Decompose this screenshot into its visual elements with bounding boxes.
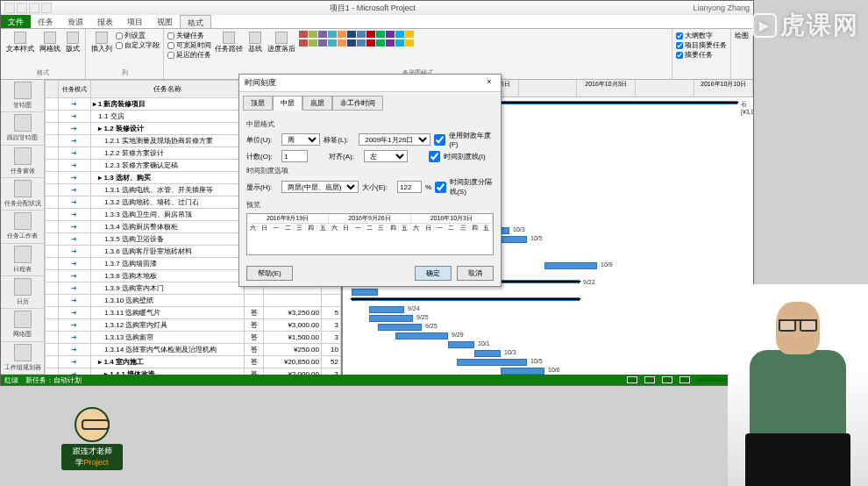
undo-icon[interactable]: [29, 3, 39, 13]
view-item[interactable]: 日历: [1, 276, 44, 309]
show-label: 显示(H):: [246, 182, 278, 192]
section-label: 时间刻度选项: [246, 166, 494, 175]
table-row[interactable]: ➜ ▸ 1.4.1 墙体改造答¥2,000.003: [46, 368, 341, 375]
task-path-button[interactable]: 任务路径: [213, 31, 245, 60]
gantt-bar[interactable]: [378, 324, 422, 331]
redo-icon[interactable]: [41, 3, 52, 13]
ribbon-group-format: 文本样式 网格线 版式 格式: [1, 29, 86, 79]
view-shortcut-icon[interactable]: [679, 376, 690, 383]
ribbon-group-columns: 插入列 列设置 自定义字段 列: [86, 29, 164, 79]
col-name[interactable]: 任务名称: [90, 81, 245, 98]
timescale-dialog: 时间刻度 × 顶层 中层 底层 非工作时间 中层格式 单位(U): 周 标签(L…: [238, 74, 502, 287]
tab-format[interactable]: 格式: [180, 15, 211, 28]
tab-file[interactable]: 文件: [1, 15, 31, 28]
view-item[interactable]: 工作组规划器: [1, 342, 44, 375]
view-shortcut-icon[interactable]: [644, 376, 655, 383]
tab-top-tier[interactable]: 顶层: [243, 96, 273, 111]
table-row[interactable]: ➜ 1.3.10 选购壁纸: [46, 295, 341, 307]
slack-check[interactable]: 可宽延时间: [167, 40, 211, 50]
table-row[interactable]: ➜ 1.3.13 选购窗帘答¥1,500.003: [46, 332, 341, 344]
cancel-button[interactable]: 取消: [457, 266, 494, 281]
view-shortcut-icon[interactable]: [662, 376, 672, 383]
view-item[interactable]: 甘特图: [1, 80, 44, 112]
instructor-logo: 跟连才老师学Project: [61, 407, 123, 468]
late-check[interactable]: 延迟的任务: [167, 50, 211, 60]
gantt-bar[interactable]: [395, 332, 448, 339]
tab-report[interactable]: 报表: [90, 15, 120, 28]
view-item[interactable]: 跟踪甘特图: [1, 112, 44, 145]
help-button[interactable]: 帮助(E): [246, 266, 293, 281]
gantt-bar[interactable]: [352, 289, 378, 296]
size-pct: %: [425, 183, 431, 191]
project-summary-check[interactable]: 项目摘要任务: [676, 40, 727, 50]
section-label: 预览: [246, 200, 494, 210]
tab-middle-tier[interactable]: 中层: [273, 96, 302, 111]
table-row[interactable]: ➜ 1.3.11 选购暖气片答¥3,250.005: [46, 307, 341, 319]
custom-fields-check[interactable]: 自定义字段: [116, 40, 160, 50]
gantt-bar[interactable]: [474, 350, 501, 357]
tab-nonworking[interactable]: 非工作时间: [332, 96, 383, 111]
view-item[interactable]: 任务工作表: [1, 211, 44, 243]
gridlines-button[interactable]: 网格线: [38, 31, 62, 54]
table-row[interactable]: ➜ 1.3.14 选择室内气体检测及治理机构答¥250.0010: [46, 344, 341, 356]
col-indicator[interactable]: [46, 81, 59, 98]
section-label: 中层格式: [246, 119, 494, 129]
col-mode[interactable]: 任务模式: [59, 81, 90, 98]
dialog-titlebar[interactable]: 时间刻度 ×: [239, 75, 501, 92]
count-label: 计数(O):: [246, 152, 278, 161]
tab-view[interactable]: 视图: [150, 15, 180, 28]
align-select[interactable]: 左: [364, 150, 408, 162]
user-name: Lianyong Zhang: [693, 4, 750, 12]
save-icon[interactable]: [17, 3, 27, 13]
view-item[interactable]: 网络图: [1, 309, 44, 341]
tab-resource[interactable]: 资源: [60, 15, 90, 28]
view-item[interactable]: 日程表: [1, 244, 44, 276]
layout-button[interactable]: 版式: [64, 31, 82, 54]
tick-lines-check[interactable]: [429, 151, 440, 162]
critical-check[interactable]: 关键任务: [167, 31, 211, 40]
column-settings-check[interactable]: 列设置: [116, 31, 160, 40]
size-input[interactable]: [397, 181, 422, 193]
table-row[interactable]: ➜ ▸ 1.4 室内施工答¥20,850.0052: [46, 356, 341, 368]
label-label: 标签(L):: [324, 135, 355, 145]
tab-bottom-tier[interactable]: 底层: [302, 96, 332, 111]
gantt-bar[interactable]: [501, 368, 544, 375]
separator-label: 时间刻度分隔线(S): [450, 177, 494, 197]
view-shortcut-icon[interactable]: [627, 376, 637, 383]
dialog-tabs: 顶层 中层 底层 非工作时间: [239, 92, 501, 111]
ok-button[interactable]: 确定: [415, 266, 452, 281]
ribbon-tabs: 文件 任务 资源 报表 项目 视图 格式: [1, 15, 753, 29]
gantt-bar[interactable]: [369, 315, 413, 322]
gantt-bar[interactable]: [457, 359, 527, 366]
status-left: 红绿: [4, 375, 18, 385]
count-input[interactable]: [281, 150, 308, 162]
view-bar: 甘特图跟踪甘特图任务窗体任务分配状况任务工作表日程表日历网络图工作组规划器: [1, 80, 45, 375]
close-icon[interactable]: ×: [483, 77, 495, 89]
table-row[interactable]: ➜ 1.3.12 选购室内灯具答¥3,000.003: [46, 319, 341, 332]
unit-select[interactable]: 周: [281, 133, 320, 146]
bar-style-gallery[interactable]: [299, 31, 414, 60]
view-item[interactable]: 任务分配状况: [1, 178, 44, 211]
tab-task[interactable]: 任务: [31, 15, 60, 28]
gantt-bar[interactable]: [352, 297, 580, 301]
show-select[interactable]: 两层(中层、底层): [281, 181, 359, 193]
gantt-bar[interactable]: [544, 262, 597, 269]
qat-icon[interactable]: [4, 3, 15, 13]
separator-check[interactable]: [435, 182, 446, 193]
view-item[interactable]: 任务窗体: [1, 146, 44, 178]
outline-number-check[interactable]: 大纲数字: [676, 31, 727, 40]
dialog-title: 时间刻度: [245, 77, 276, 89]
gantt-bar[interactable]: [369, 306, 404, 313]
drawing-button[interactable]: 绘图: [735, 31, 749, 40]
slippage-button[interactable]: 进度落后: [266, 31, 297, 60]
label-select[interactable]: 2009年1月26日: [359, 133, 430, 146]
ribbon: 文本样式 网格线 版式 格式 插入列 列设置 自定义字段 列 关键任务 可宽延时…: [1, 29, 753, 80]
insert-column-button[interactable]: 插入列: [89, 31, 114, 54]
summary-tasks-check[interactable]: 摘要任务: [676, 50, 727, 60]
baseline-button[interactable]: 基线: [246, 31, 264, 60]
align-label: 对齐(A):: [329, 152, 360, 161]
fiscal-year-check[interactable]: [434, 134, 445, 146]
tab-project[interactable]: 项目: [120, 15, 150, 28]
gantt-bar[interactable]: [448, 341, 474, 348]
text-styles-button[interactable]: 文本样式: [4, 31, 36, 54]
